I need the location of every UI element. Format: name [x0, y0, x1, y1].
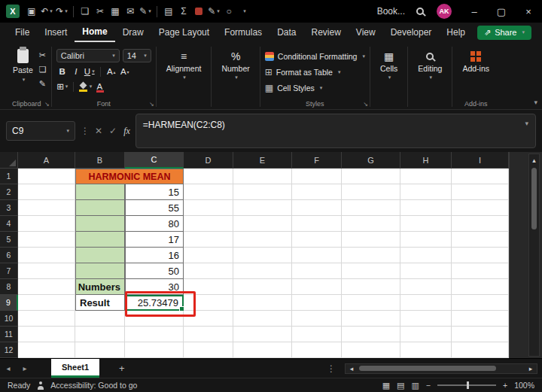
row-header-6[interactable]: 6	[0, 248, 18, 263]
sum-icon[interactable]: Σ	[176, 2, 191, 20]
page-break-view-icon[interactable]: ▥	[411, 381, 419, 390]
expand-formula-bar-icon[interactable]: ▾	[525, 120, 528, 127]
format-as-table-button[interactable]: ⊞ Format as Table	[265, 65, 365, 79]
column-header-f[interactable]: F	[292, 152, 342, 169]
vertical-scrollbar-thumb[interactable]	[531, 168, 537, 229]
cell[interactable]	[233, 184, 292, 200]
cell[interactable]	[400, 216, 452, 232]
cell[interactable]	[292, 311, 342, 327]
tab-help[interactable]: Help	[439, 24, 473, 41]
cell[interactable]	[18, 200, 75, 216]
tab-view[interactable]: View	[349, 24, 383, 41]
decrease-font-button[interactable]: A▾	[119, 65, 131, 77]
accessibility-status[interactable]: Accessibility: Good to go	[50, 381, 137, 390]
tab-file[interactable]: File	[8, 24, 37, 41]
cut-button[interactable]: ✂	[39, 50, 47, 61]
cell[interactable]	[292, 169, 342, 184]
cell[interactable]	[125, 311, 184, 327]
tab-data[interactable]: Data	[269, 24, 303, 41]
vertical-scrollbar[interactable]: ▴	[528, 153, 540, 357]
cell[interactable]	[400, 248, 452, 263]
record-macro-icon[interactable]	[191, 2, 206, 20]
cell[interactable]	[452, 295, 509, 311]
column-header-h[interactable]: H	[400, 152, 452, 169]
column-header-d[interactable]: D	[184, 152, 233, 169]
alignment-button[interactable]: ≡ Alignment	[161, 46, 207, 98]
row-header-11[interactable]: 11	[0, 327, 18, 342]
cell[interactable]	[292, 200, 342, 216]
cell[interactable]	[18, 279, 75, 295]
cell[interactable]	[342, 200, 400, 216]
sheet-tab-sheet1[interactable]: Sheet1	[51, 359, 99, 378]
cell[interactable]	[184, 342, 233, 358]
collapse-ribbon-icon[interactable]: ▾	[534, 99, 537, 106]
cell-c8[interactable]: 30	[125, 279, 184, 295]
sheet-bar-options-icon[interactable]: ⋮	[327, 363, 336, 374]
cell[interactable]	[184, 169, 233, 184]
row-header-2[interactable]: 2	[0, 184, 18, 200]
zoom-level[interactable]: 100%	[514, 381, 534, 390]
cell[interactable]	[18, 248, 75, 263]
increase-font-button[interactable]: A▴	[105, 65, 117, 77]
cell[interactable]	[400, 342, 452, 358]
cell-c2[interactable]: 15	[125, 184, 184, 200]
conditional-formatting-button[interactable]: Conditional Formatting	[265, 49, 365, 63]
cell[interactable]	[342, 342, 400, 358]
cell[interactable]	[184, 263, 233, 279]
column-header-b[interactable]: B	[75, 152, 125, 169]
cell[interactable]	[233, 263, 292, 279]
print-icon[interactable]: ▤	[161, 2, 176, 20]
cell[interactable]	[452, 327, 509, 342]
cell[interactable]	[342, 263, 400, 279]
row-header-7[interactable]: 7	[0, 263, 18, 279]
maximize-button[interactable]: ▢	[488, 0, 515, 23]
cell[interactable]	[400, 232, 452, 248]
zoom-in-icon[interactable]: +	[503, 381, 507, 390]
cell-c5[interactable]: 17	[125, 232, 184, 248]
cell[interactable]	[400, 311, 452, 327]
cell[interactable]	[452, 263, 509, 279]
cell[interactable]	[75, 216, 125, 232]
font-color-button[interactable]: A	[93, 81, 105, 93]
cell[interactable]	[233, 342, 292, 358]
cell[interactable]	[292, 295, 342, 311]
zoom-slider[interactable]	[437, 384, 496, 386]
column-header-a[interactable]: A	[18, 152, 75, 169]
draw-icon[interactable]: ✎	[138, 2, 153, 20]
cell-b9-result-label[interactable]: Result	[75, 295, 125, 311]
cell[interactable]	[184, 311, 233, 327]
sheet-nav-right-icon[interactable]: ▸	[17, 364, 33, 372]
cell[interactable]	[125, 342, 184, 358]
autosave-ring-icon[interactable]: ○	[221, 2, 236, 20]
copy-icon[interactable]: ❏	[78, 2, 93, 20]
cell[interactable]	[342, 216, 400, 232]
row-header-8[interactable]: 8	[0, 279, 18, 295]
tab-insert[interactable]: Insert	[37, 24, 75, 41]
minimize-button[interactable]: –	[461, 0, 488, 23]
cell[interactable]	[452, 200, 509, 216]
scroll-up-icon[interactable]: ▴	[532, 154, 536, 166]
paste-button[interactable]: Paste	[7, 46, 39, 98]
horizontal-scrollbar[interactable]: ◂ ▸	[345, 363, 537, 374]
cell[interactable]	[18, 216, 75, 232]
cell-c4[interactable]: 80	[125, 216, 184, 232]
cell[interactable]	[342, 169, 400, 184]
cell[interactable]	[452, 248, 509, 263]
formula-input[interactable]: =HARMEAN(C2:C8) ▾	[136, 114, 536, 148]
cell[interactable]	[75, 342, 125, 358]
cell[interactable]	[452, 184, 509, 200]
cell[interactable]	[342, 311, 400, 327]
row-header-9[interactable]: 9	[0, 295, 18, 311]
format-painter-button[interactable]: ✎	[39, 78, 47, 90]
cell[interactable]	[18, 295, 75, 311]
cell[interactable]	[292, 248, 342, 263]
cell[interactable]	[75, 200, 125, 216]
account-avatar[interactable]: AK	[437, 4, 452, 19]
cell[interactable]	[400, 295, 452, 311]
insert-function-icon[interactable]: fx	[123, 126, 130, 137]
quick-access-more-icon[interactable]	[236, 2, 251, 20]
cell[interactable]	[184, 327, 233, 342]
sheet-nav-left-icon[interactable]: ◂	[0, 364, 17, 372]
cell[interactable]	[342, 232, 400, 248]
new-sheet-button[interactable]: +	[119, 363, 125, 374]
